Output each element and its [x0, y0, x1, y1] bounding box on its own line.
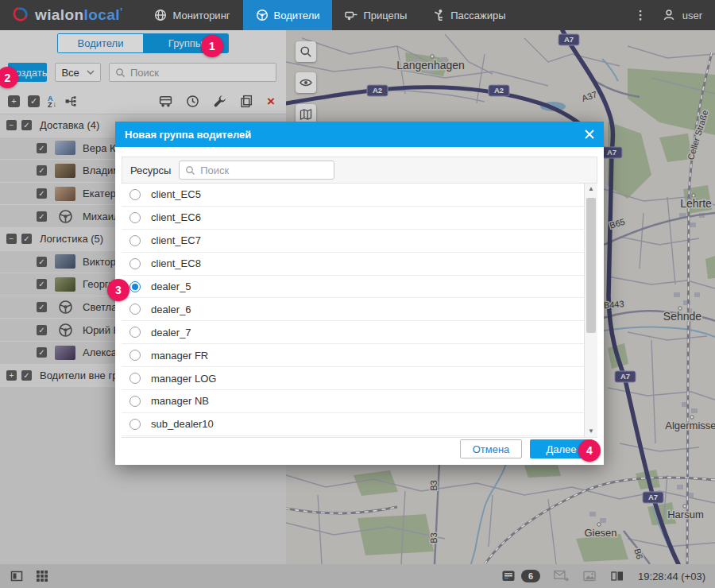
resource-name: dealer_7 [151, 327, 191, 338]
overflow-menu-icon[interactable]: ⋮ [635, 8, 647, 22]
tab-trailers[interactable]: Прицепы [332, 0, 419, 30]
annotation-step-4: 4 [578, 439, 601, 462]
dialog-title: Новая группа водителей [125, 129, 251, 141]
resource-name: client_EC8 [151, 257, 201, 269]
radio-icon[interactable] [129, 235, 141, 246]
tab-passengers-label: Пассажиры [450, 10, 505, 21]
resource-option[interactable]: manager NB [122, 390, 584, 413]
resource-search-input[interactable] [200, 164, 328, 176]
resource-search [179, 161, 334, 180]
resource-name: client_EC5 [151, 188, 201, 200]
trailer-icon [345, 9, 358, 21]
annotation-step-3: 3 [107, 279, 129, 301]
scroll-up-icon[interactable]: ▲ [588, 184, 594, 195]
dialog-header: Новая группа водителей [115, 122, 604, 147]
scrollbar-thumb[interactable] [586, 198, 596, 333]
tab-drivers[interactable]: Водители [243, 0, 333, 30]
logo-text-wialon: wialon [35, 6, 84, 23]
radio-icon[interactable] [129, 304, 141, 315]
resource-option[interactable]: client_EC8 [122, 253, 584, 276]
user-icon [663, 9, 675, 21]
steering-wheel-icon [256, 9, 269, 21]
resources-label: Ресурсы [130, 164, 171, 176]
tab-trailers-label: Прицепы [363, 10, 407, 21]
resource-option[interactable]: manager LOG [122, 367, 584, 390]
user-menu[interactable]: user [663, 9, 702, 21]
resource-name: client_EC6 [151, 211, 201, 223]
resource-name: manager LOG [151, 373, 216, 385]
tab-drivers-label: Водители [274, 10, 320, 21]
radio-icon[interactable] [129, 373, 141, 384]
resource-name: manager NB [151, 395, 209, 407]
topbar: wialonlocal’ Мониторинг Водители Прицепы… [0, 0, 715, 30]
tab-passengers[interactable]: Пассажиры [419, 0, 518, 30]
radio-icon[interactable] [129, 419, 141, 430]
resource-option[interactable]: client_EC5 [122, 184, 584, 207]
cancel-button[interactable]: Отмена [460, 439, 522, 458]
radio-icon[interactable] [129, 396, 141, 407]
radio-selected-icon[interactable] [129, 281, 141, 292]
radio-icon[interactable] [129, 189, 141, 200]
resource-name: sub_dealer10 [151, 418, 214, 430]
scrollbar[interactable]: ▲ ▼ [584, 184, 597, 437]
tab-monitoring[interactable]: Мониторинг [141, 0, 242, 30]
user-name: user [682, 10, 702, 21]
resource-name: client_EC7 [151, 234, 201, 246]
resource-name: dealer_5 [151, 280, 191, 292]
radio-icon[interactable] [129, 350, 141, 361]
logo-accent: ’ [120, 6, 123, 17]
new-driver-group-dialog: Новая группа водителей Ресурсы client_EC… [115, 122, 604, 465]
passenger-icon [432, 9, 445, 21]
globe-icon [154, 9, 167, 21]
logo-text-local: local [84, 6, 120, 23]
resource-option[interactable]: dealer_7 [122, 321, 584, 344]
resource-option[interactable]: sub_dealer10 [122, 413, 584, 436]
resources-row: Ресурсы [122, 157, 597, 184]
main-nav: Мониторинг Водители Прицепы Пассажиры [141, 0, 518, 30]
tab-monitoring-label: Мониторинг [172, 10, 230, 21]
radio-icon[interactable] [129, 212, 141, 223]
resource-option[interactable]: dealer_6 [122, 298, 584, 321]
search-icon [185, 165, 195, 176]
radio-icon[interactable] [129, 327, 141, 338]
resource-name: manager FR [151, 350, 208, 362]
resource-option[interactable]: manager FR [122, 344, 584, 367]
close-icon[interactable] [585, 130, 594, 139]
resource-list: client_EC5 client_EC6 client_EC7 client_… [122, 184, 597, 438]
wialon-swirl-icon [11, 6, 29, 24]
resource-option[interactable]: client_EC6 [122, 207, 584, 230]
annotation-step-1: 1 [201, 35, 223, 57]
wialon-logo: wialonlocal’ [0, 0, 141, 30]
resource-option-selected[interactable]: dealer_5 [122, 276, 584, 299]
topbar-right: ⋮ user [635, 0, 715, 30]
scroll-down-icon[interactable]: ▼ [588, 426, 594, 437]
dialog-footer: Отмена Далее [115, 438, 604, 465]
resource-name: dealer_6 [151, 304, 191, 315]
radio-icon[interactable] [129, 258, 141, 269]
resource-option[interactable]: client_EC7 [122, 230, 584, 253]
